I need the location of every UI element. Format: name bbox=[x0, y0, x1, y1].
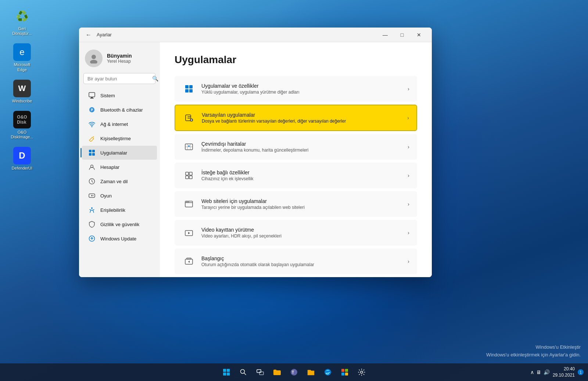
svg-rect-49 bbox=[345, 369, 348, 372]
sidebar-item-uygulamalar[interactable]: Uygulamalar bbox=[82, 146, 157, 160]
taskbar-center: T bbox=[219, 365, 369, 380]
web-apps-row[interactable]: Web siteleri için uygulamalar Tarayıcı y… bbox=[175, 191, 417, 217]
svg-rect-43 bbox=[257, 370, 261, 373]
svg-rect-30 bbox=[189, 176, 192, 179]
back-button[interactable]: ← bbox=[83, 30, 94, 40]
offline-maps-desc: İndirmeler, depolama konumu, harita günc… bbox=[201, 148, 403, 153]
maximize-button[interactable]: □ bbox=[394, 29, 410, 41]
taskbar-file-manager[interactable] bbox=[304, 365, 318, 380]
taskbar-right: ∧ 🖥 🔊 20:40 29.10.2021 1 bbox=[530, 366, 584, 378]
svg-rect-28 bbox=[189, 172, 192, 175]
svg-point-52 bbox=[361, 371, 363, 373]
notification-badge[interactable]: 1 bbox=[578, 369, 584, 375]
optional-features-chevron: › bbox=[408, 173, 409, 178]
sidebar-item-erisim[interactable]: Erişilebilirlik bbox=[82, 203, 157, 217]
sidebar-item-bluetooth[interactable]: Bluetooth & cihazlar bbox=[82, 103, 157, 117]
apps-features-desc: Yüklü uygulamalar, uygulama yürütme diğe… bbox=[201, 90, 403, 95]
video-playback-desc: Video ayarları, HDR akışı, pil seçenekle… bbox=[201, 233, 403, 239]
taskbar-clock[interactable]: 20:40 29.10.2021 bbox=[553, 366, 575, 378]
svg-rect-21 bbox=[185, 89, 189, 92]
main-content: Uygulamalar Uygulamalar ve özellikler Yü… bbox=[160, 42, 432, 277]
sidebar-item-gizlilik[interactable]: Gizlilik ve güvenlik bbox=[82, 217, 157, 231]
sidebar-item-windows-update[interactable]: Windows Update bbox=[82, 232, 157, 246]
sidebar-item-hesaplar[interactable]: Hesaplar bbox=[82, 160, 157, 174]
volume-icon[interactable]: 🔊 bbox=[544, 369, 550, 375]
taskbar-file-explorer[interactable] bbox=[270, 365, 284, 380]
taskbar-edge[interactable] bbox=[320, 365, 335, 380]
taskbar-teams[interactable]: T bbox=[287, 365, 301, 380]
sidebar-item-kisisellestirme[interactable]: Kişiselleştirme bbox=[82, 131, 157, 145]
svg-rect-41 bbox=[227, 373, 230, 375]
zaman-label: Zaman ve dil bbox=[100, 179, 128, 184]
taskbar-settings[interactable] bbox=[354, 365, 369, 380]
video-playback-title: Video kayıttan yürütme bbox=[201, 227, 403, 233]
taskbar-task-view[interactable] bbox=[253, 365, 268, 380]
optional-features-row[interactable]: İsteğe bağlı özellikler Cihazınız için e… bbox=[175, 163, 417, 188]
sidebar-item-ag[interactable]: Ağ & internet bbox=[82, 117, 157, 131]
video-playback-chevron: › bbox=[408, 230, 409, 236]
bluetooth-icon bbox=[88, 106, 96, 114]
search-box[interactable]: 🔍 bbox=[83, 73, 155, 84]
taskbar-search[interactable] bbox=[236, 365, 251, 380]
offline-maps-chevron: › bbox=[408, 144, 409, 150]
chevron-up-icon[interactable]: ∧ bbox=[530, 369, 534, 375]
zaman-icon bbox=[88, 177, 96, 185]
apps-features-chevron: › bbox=[408, 86, 409, 92]
uygulamalar-label: Uygulamalar bbox=[100, 150, 127, 156]
startup-desc: Oturum açtığınızda otomatik olarak başla… bbox=[201, 262, 403, 267]
settings-body: Bünyamin Yerel Hesap 🔍 Sistem B bbox=[79, 42, 432, 277]
taskbar-store[interactable] bbox=[337, 365, 352, 380]
svg-point-47 bbox=[325, 369, 331, 375]
start-button[interactable] bbox=[219, 365, 234, 380]
svg-rect-10 bbox=[92, 153, 95, 156]
video-playback-icon bbox=[182, 226, 196, 239]
svg-text:T: T bbox=[292, 370, 294, 374]
erisim-label: Erişilebilirlik bbox=[100, 207, 125, 213]
svg-rect-8 bbox=[92, 150, 95, 152]
default-apps-row[interactable]: Varsayılan uygulamalar Dosya ve bağlantı… bbox=[175, 105, 417, 131]
offline-maps-title: Çevrimdışı haritalar bbox=[201, 141, 403, 147]
system-icons: ∧ 🖥 🔊 bbox=[530, 369, 550, 375]
svg-point-26 bbox=[188, 145, 190, 147]
defenderui-icon[interactable]: D DefenderUI bbox=[7, 147, 37, 171]
minimize-button[interactable]: — bbox=[377, 29, 394, 41]
sistem-label: Sistem bbox=[100, 93, 115, 98]
svg-rect-51 bbox=[345, 373, 348, 375]
svg-point-6 bbox=[92, 126, 93, 127]
offline-maps-icon bbox=[182, 140, 196, 153]
diskimage-icon[interactable]: O&ODisk O&ODiskImage... bbox=[7, 111, 37, 139]
windows-update-icon bbox=[88, 235, 96, 243]
network-icon[interactable]: 🖥 bbox=[536, 369, 541, 375]
apps-features-row[interactable]: Uygulamalar ve özellikler Yüklü uygulama… bbox=[175, 76, 417, 102]
hesaplar-icon bbox=[88, 163, 96, 171]
startup-row[interactable]: Başlangıç Oturum açtığınızda otomatik ol… bbox=[175, 248, 417, 274]
sidebar-item-oyun[interactable]: Oyun bbox=[82, 189, 157, 203]
sidebar-item-zaman[interactable]: Zaman ve dil bbox=[82, 174, 157, 188]
svg-rect-38 bbox=[223, 369, 226, 372]
svg-point-17 bbox=[91, 207, 93, 209]
recycle-bin-icon[interactable]: ♻️ GeriDönüştür... bbox=[7, 7, 37, 36]
video-playback-row[interactable]: Video kayıttan yürütme Video ayarları, H… bbox=[175, 220, 417, 246]
user-profile[interactable]: Bünyamin Yerel Hesap bbox=[79, 47, 160, 73]
windscribe-icon[interactable]: W Windscribe bbox=[7, 80, 37, 104]
search-input[interactable] bbox=[87, 76, 149, 81]
svg-rect-48 bbox=[341, 369, 344, 372]
close-button[interactable]: ✕ bbox=[410, 29, 427, 41]
sidebar-item-sistem[interactable]: Sistem bbox=[82, 88, 157, 102]
svg-rect-27 bbox=[186, 172, 189, 175]
offline-maps-row[interactable]: Çevrimdışı haritalar İndirmeler, depolam… bbox=[175, 134, 417, 160]
window-controls: — □ ✕ bbox=[377, 29, 427, 41]
svg-rect-50 bbox=[341, 373, 344, 375]
svg-point-33 bbox=[187, 202, 188, 202]
svg-point-5 bbox=[89, 107, 94, 112]
edge-icon[interactable]: e MicrosoftEdge bbox=[7, 43, 37, 72]
gizlilik-label: Gizlilik ve güvenlik bbox=[100, 222, 139, 227]
activation-text: Windows'u Etkinleştir Windows'u etkinleş… bbox=[486, 344, 581, 359]
svg-rect-3 bbox=[91, 97, 93, 98]
svg-rect-23 bbox=[186, 115, 191, 121]
settings-window: ← Ayarlar — □ ✕ Bünyamin Yerel Hesap bbox=[79, 28, 432, 277]
kisisellestirme-label: Kişiselleştirme bbox=[100, 136, 131, 141]
svg-point-42 bbox=[241, 370, 245, 374]
svg-point-32 bbox=[186, 202, 187, 202]
windows-update-label: Windows Update bbox=[100, 236, 136, 242]
